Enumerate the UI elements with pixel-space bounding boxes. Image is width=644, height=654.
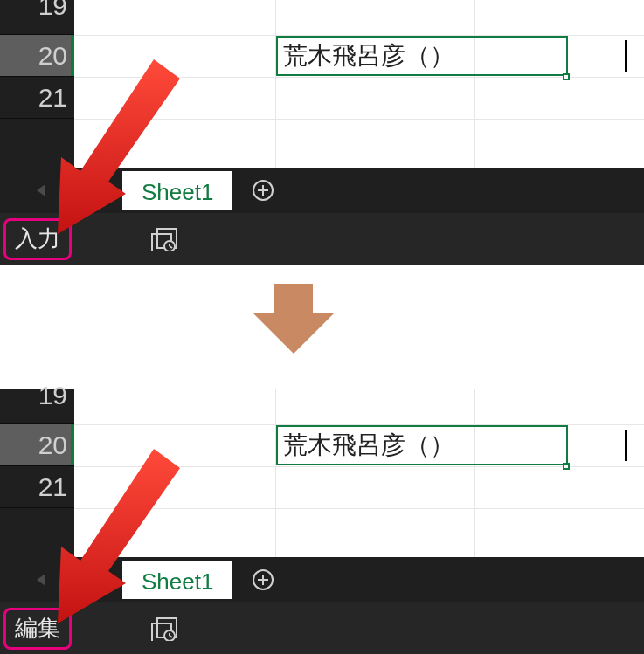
cell-text: 荒木飛呂彦（） [283, 429, 454, 462]
row-header-blank[interactable] [0, 119, 74, 168]
excel-before-panel: 19 20 21 荒木飛呂彦（） Sheet1 入力 [0, 0, 644, 265]
cell-mode-indicator: 入力 [3, 218, 72, 260]
row-number-label: 21 [38, 472, 67, 502]
row-number-label: 19 [38, 381, 67, 410]
row-header-19[interactable]: 19 [0, 389, 74, 424]
svg-marker-6 [253, 284, 334, 354]
row-header-20-selected[interactable]: 20 [0, 424, 74, 466]
gridline-v [474, 389, 475, 557]
gridline-v [275, 0, 276, 168]
sheet-tab-strip: Sheet1 [0, 557, 644, 602]
fill-handle[interactable] [563, 463, 570, 470]
row-number-label: 19 [38, 0, 67, 21]
row-header-21[interactable]: 21 [0, 466, 74, 508]
sheet-tab-label: Sheet1 [142, 179, 213, 206]
sheet-nav-buttons [0, 168, 122, 213]
worksheet-grid[interactable]: 荒木飛呂彦（） [74, 0, 644, 168]
new-sheet-button[interactable] [232, 168, 294, 213]
active-cell[interactable]: 荒木飛呂彦（） [276, 425, 568, 465]
gridline-h [74, 466, 644, 467]
active-cell[interactable]: 荒木飛呂彦（） [276, 36, 568, 76]
cell-text: 荒木飛呂彦（） [283, 39, 454, 72]
row-header-20-selected[interactable]: 20 [0, 35, 74, 77]
row-header-21[interactable]: 21 [0, 77, 74, 119]
row-headers: 19 20 21 [0, 0, 74, 168]
cell-mode-indicator: 編集 [3, 608, 72, 650]
status-bar: 編集 [0, 602, 644, 654]
sheet-tab-sheet1[interactable]: Sheet1 [122, 561, 232, 599]
sheet-nav-prev-icon[interactable] [37, 184, 45, 196]
mode-text: 編集 [15, 613, 60, 644]
row-header-blank[interactable] [0, 508, 74, 557]
row-number-label: 20 [38, 430, 67, 460]
plus-icon [253, 180, 274, 201]
row-number-label: 20 [38, 41, 67, 71]
sheet-nav-next-icon[interactable] [77, 184, 86, 196]
excel-after-panel: 19 20 21 荒木飛呂彦（） Sheet1 編集 [0, 389, 644, 654]
row-number-label: 21 [38, 83, 67, 113]
sheet-nav-prev-icon[interactable] [37, 574, 45, 586]
sheet-nav-next-icon[interactable] [77, 574, 86, 586]
gridline-h [74, 119, 644, 120]
gridline-h [74, 77, 644, 78]
sheet-tab-strip: Sheet1 [0, 168, 644, 213]
worksheet-grid[interactable]: 荒木飛呂彦（） [74, 389, 644, 557]
gridline-v [275, 389, 276, 557]
gridline-v [474, 0, 475, 168]
text-caret [625, 40, 627, 72]
text-caret [625, 430, 627, 461]
row-headers: 19 20 21 [0, 389, 74, 557]
status-bar: 入力 [0, 213, 644, 265]
page-layout-icon[interactable] [150, 227, 180, 251]
sheet-nav-buttons [0, 557, 122, 602]
gridline-h [74, 508, 644, 509]
plus-icon [253, 569, 274, 590]
fill-handle[interactable] [563, 73, 570, 80]
row-header-19[interactable]: 19 [0, 0, 74, 35]
annotation-arrow-down [253, 284, 334, 354]
mode-text: 入力 [15, 224, 60, 254]
sheet-tab-label: Sheet1 [142, 568, 213, 595]
page-layout-icon[interactable] [150, 616, 180, 641]
new-sheet-button[interactable] [232, 557, 294, 602]
sheet-tab-sheet1[interactable]: Sheet1 [122, 171, 232, 210]
